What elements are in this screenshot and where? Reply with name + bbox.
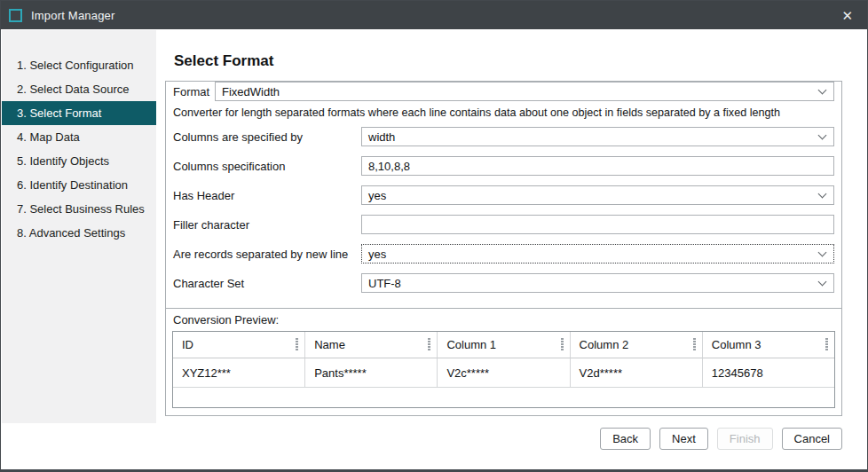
finish-button: Finish (717, 428, 773, 450)
column-grip-icon[interactable] (296, 338, 298, 351)
table-row: XYZ12*** Pants***** V2c***** V2d***** 12… (173, 358, 834, 388)
has-header-select[interactable]: yes (361, 185, 834, 205)
column-header-column2[interactable]: Column 2 (571, 332, 703, 358)
column-header-id[interactable]: ID (173, 332, 305, 358)
table-header-row: ID Name Column 1 Column 2 (173, 332, 834, 358)
sidebar-item-select-configuration[interactable]: 1. Select Configuration (2, 53, 156, 77)
columns-specified-by-label: Columns are specified by (173, 130, 361, 144)
dialog-footer: Back Next Finish Cancel (165, 428, 842, 450)
sidebar-item-select-business-rules[interactable]: 7. Select Business Rules (2, 197, 156, 221)
sidebar-item-select-data-source[interactable]: 2. Select Data Source (2, 77, 156, 101)
filler-character-input[interactable] (361, 215, 834, 234)
column-grip-icon[interactable] (428, 338, 430, 351)
columns-specification-input[interactable] (361, 156, 834, 176)
chevron-down-icon (818, 248, 827, 257)
format-label: Format (173, 82, 215, 101)
field-row-has-header: Has Header yes (173, 185, 834, 205)
field-row-columns-specified-by: Columns are specified by width (173, 127, 834, 146)
column-grip-icon[interactable] (825, 338, 828, 351)
field-row-columns-specification: Columns specification (173, 156, 834, 176)
field-row-character-set: Character Set UTF-8 (173, 273, 834, 293)
titlebar: Import Manager ✕ (1, 1, 867, 29)
sidebar-item-identify-destination[interactable]: 6. Identify Destination (2, 173, 156, 197)
format-select[interactable]: FixedWidth (215, 82, 834, 101)
conversion-preview-label: Conversion Preview: (173, 313, 835, 326)
chevron-down-icon (818, 131, 827, 140)
page-title: Select Format (165, 50, 842, 73)
import-manager-window: Import Manager ✕ 1. Select Configuration… (0, 0, 868, 472)
field-row-records-separated: Are records separated by new line yes (173, 244, 834, 264)
character-set-select[interactable]: UTF-8 (361, 273, 834, 293)
chevron-down-icon (818, 190, 827, 199)
column-grip-icon[interactable] (561, 338, 564, 351)
window-title: Import Manager (31, 9, 115, 22)
cell-column3: 12345678 (703, 358, 834, 388)
cell-name: Pants***** (305, 358, 438, 388)
filler-character-label: Filler character (173, 218, 361, 232)
character-set-label: Character Set (173, 277, 361, 290)
column-header-name[interactable]: Name (305, 332, 438, 358)
records-separated-select[interactable]: yes (361, 244, 834, 264)
has-header-label: Has Header (173, 189, 361, 202)
cell-column2: V2d***** (571, 358, 703, 388)
main-panel: Select Format Format FixedWidth Converte… (156, 29, 867, 469)
wizard-steps-sidebar: 1. Select Configuration 2. Select Data S… (2, 30, 156, 423)
sidebar-item-advanced-settings[interactable]: 8. Advanced Settings (2, 221, 156, 245)
next-button[interactable]: Next (659, 428, 708, 450)
cell-id: XYZ12*** (173, 358, 305, 388)
format-select-value: FixedWidth (222, 85, 814, 98)
has-header-value: yes (368, 189, 814, 202)
dialog-body: 1. Select Configuration 2. Select Data S… (1, 29, 867, 469)
field-row-filler-character: Filler character (173, 215, 834, 234)
sidebar-item-identify-objects[interactable]: 5. Identify Objects (2, 149, 156, 173)
format-row: Format FixedWidth (173, 82, 834, 101)
cancel-button[interactable]: Cancel (782, 428, 842, 450)
format-form-box: Format FixedWidth Converter for length s… (165, 81, 842, 309)
conversion-preview-table: ID Name Column 1 Column 2 (172, 331, 835, 408)
chevron-down-icon (818, 86, 827, 95)
table-empty-area (173, 388, 834, 407)
app-icon (9, 9, 22, 22)
columns-specified-by-value: width (368, 130, 814, 144)
records-separated-value: yes (368, 248, 814, 261)
back-button[interactable]: Back (600, 428, 651, 450)
character-set-value: UTF-8 (368, 277, 814, 290)
column-header-column3[interactable]: Column 3 (703, 332, 834, 358)
conversion-preview-box: Conversion Preview: ID Name Column 1 (165, 308, 842, 416)
close-icon[interactable]: ✕ (838, 7, 856, 24)
sidebar-item-select-format[interactable]: 3. Select Format (2, 101, 156, 125)
format-description: Converter for length separated formats w… (173, 106, 834, 119)
columns-specified-by-select[interactable]: width (361, 127, 834, 146)
records-separated-label: Are records separated by new line (173, 248, 361, 261)
columns-specification-label: Columns specification (173, 160, 361, 173)
chevron-down-icon (818, 278, 827, 287)
column-grip-icon[interactable] (693, 338, 696, 351)
sidebar-item-map-data[interactable]: 4. Map Data (2, 125, 156, 149)
cell-column1: V2c***** (438, 358, 570, 388)
column-header-column1[interactable]: Column 1 (438, 332, 570, 358)
